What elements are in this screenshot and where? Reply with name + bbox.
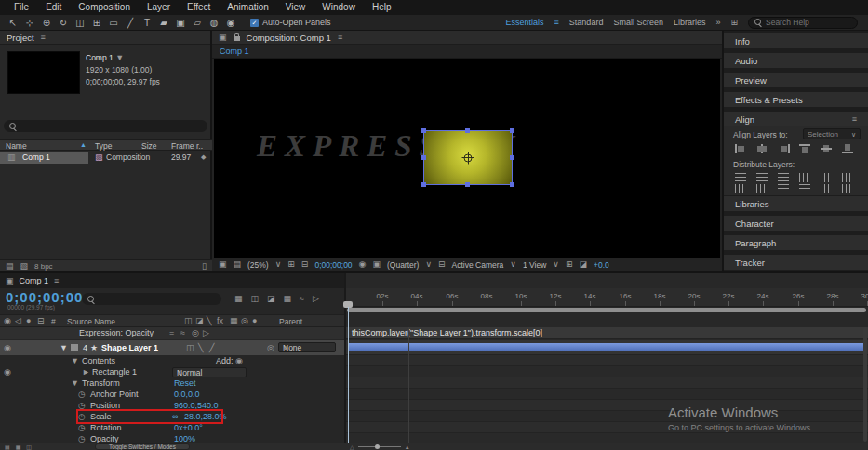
stopwatch-icon[interactable]: ◷ [78, 424, 86, 432]
puppet-tool-icon[interactable]: ◉ [222, 18, 239, 28]
align-left-icon[interactable] [735, 144, 747, 153]
layer-row[interactable]: ◉ ▼ 4 ★ Shape Layer 1 ◫ ╲ ╱ ◎ None ∨ [0, 340, 344, 355]
panel-menu-icon[interactable]: ≡ [41, 33, 46, 42]
zoom-slider-knob[interactable] [375, 444, 380, 449]
timeline-tab-comp1[interactable]: Comp 1 [20, 276, 49, 285]
motion-blur-icon[interactable]: ≈ [300, 295, 304, 303]
align-bottom-icon[interactable] [842, 144, 854, 153]
zoom-level[interactable]: (25%) [247, 260, 269, 270]
composition-viewport[interactable]: EXPRESSION [214, 59, 720, 258]
layer-track[interactable] [346, 340, 868, 355]
twirl-open-icon[interactable]: ▼ [71, 357, 79, 365]
workspace-tab-small-screen[interactable]: Small Screen [613, 18, 663, 27]
parent-dropdown[interactable]: None ∨ [278, 342, 336, 352]
active-camera-value[interactable]: Active Camera [452, 260, 504, 270]
blend-mode-dropdown[interactable]: Normal ∨ [172, 367, 247, 377]
shy-toggle-icon[interactable]: ◫ [186, 344, 194, 352]
distribute-option-icon[interactable] [842, 184, 853, 193]
handle-bottom-left[interactable] [421, 182, 426, 187]
composition-panel-header[interactable]: ▣ Composition: Comp 1 ≡ [212, 31, 722, 45]
handle-top-left[interactable] [421, 128, 426, 133]
workspace-menu-icon[interactable]: ≡ [554, 18, 559, 27]
panel-audio[interactable]: Audio [724, 53, 868, 68]
distribute-option-icon[interactable] [778, 184, 789, 193]
workspace-overflow-icon[interactable]: » [715, 18, 720, 27]
project-panel-header[interactable]: Project ≡ [0, 31, 210, 45]
rectangle-row[interactable]: ◉ ► Rectangle 1 Normal ∨ [0, 366, 344, 377]
anchor-point-icon[interactable] [464, 153, 473, 162]
column-frame-rate[interactable]: Frame r.. [171, 141, 203, 151]
clone-stamp-tool-icon[interactable]: ▣ [172, 18, 189, 28]
add-shape-icon[interactable]: ◉ [235, 357, 243, 365]
expression-language-icon[interactable]: ▷ [203, 329, 209, 338]
menu-view[interactable]: View [277, 0, 314, 15]
help-search-input[interactable] [766, 18, 851, 27]
viewer-timecode[interactable]: 0;00;00;00 [314, 260, 352, 270]
expression-graph-icon[interactable]: ≈ [180, 329, 185, 338]
menu-effect[interactable]: Effect [179, 0, 219, 15]
panel-preview[interactable]: Preview [724, 73, 868, 87]
timeline-search-input[interactable] [99, 295, 216, 304]
handle-mid-left[interactable] [421, 155, 426, 160]
rotate-tool-icon[interactable]: ↻ [55, 18, 72, 28]
table-row[interactable]: ▥ Comp 1 ▨ Composition 29.97 ◆ [0, 152, 212, 164]
pan-behind-tool-icon[interactable]: ⊞ [88, 18, 105, 28]
expression-pickwhip-icon[interactable]: ◎ [192, 329, 199, 338]
align-right-icon[interactable] [778, 144, 790, 153]
layer-name[interactable]: Shape Layer 1 [101, 340, 158, 355]
workspace-switcher-icon[interactable]: ⊞ [730, 19, 738, 27]
handle-top-center[interactable] [465, 128, 470, 133]
chevron-down-icon[interactable]: ∨ [275, 260, 282, 269]
handle-bottom-center[interactable] [465, 182, 470, 187]
distribute-option-icon[interactable] [821, 184, 832, 193]
distribute-option-icon[interactable] [799, 184, 810, 193]
anchor-point-value[interactable]: 0.0,0.0 [174, 389, 200, 400]
project-comp-name[interactable]: Comp 1 [86, 53, 114, 62]
chevron-down-icon[interactable]: ∨ [425, 260, 432, 269]
chevron-down-icon[interactable]: ∨ [510, 260, 516, 269]
panel-menu-icon[interactable]: ≡ [54, 277, 59, 285]
panel-character[interactable]: Character [724, 216, 868, 231]
project-search-input[interactable] [20, 122, 202, 131]
panel-paragraph[interactable]: Paragraph [724, 235, 868, 250]
color-depth-label[interactable]: 8 bpc [34, 262, 53, 271]
new-folder-icon[interactable]: ▧ [20, 262, 29, 271]
twirl-closed-icon[interactable]: ► [82, 368, 90, 377]
workspace-tab-essentials[interactable]: Essentials [506, 18, 544, 27]
handle-top-right[interactable] [510, 128, 514, 133]
pen-tool-icon[interactable]: ╱ [122, 18, 139, 28]
vertical-scrollbar[interactable] [863, 327, 867, 442]
panel-effects-presets[interactable]: Effects & Presets [724, 92, 868, 107]
eraser-tool-icon[interactable]: ▱ [189, 18, 206, 28]
column-type[interactable]: Type [95, 141, 112, 151]
expression-code[interactable]: thisComp.layer("Shape Layer 1").transfor… [346, 327, 868, 339]
frame-blending-icon[interactable]: ▦ [284, 295, 292, 303]
distribute-left-icon[interactable] [799, 173, 810, 182]
distribute-horizontal-center-icon[interactable] [821, 173, 832, 182]
current-time-display[interactable]: 0;00;00;00 [6, 289, 83, 305]
hide-shy-layers-icon[interactable]: ◪ [267, 295, 275, 303]
snapshot-icon[interactable]: ◉ [359, 260, 367, 269]
quality-toggle-icon[interactable]: ╲ [198, 344, 203, 352]
source-name-column[interactable]: Source Name [67, 317, 115, 326]
show-snapshot-icon[interactable]: ▣ [372, 260, 381, 269]
panel-tracker[interactable]: Tracker [724, 255, 868, 270]
brush-tool-icon[interactable]: ▰ [155, 18, 172, 28]
expression-row[interactable]: Expression: Opacity = ≈ ◎ ▷ [0, 327, 344, 339]
anchor-point-row[interactable]: ◷ Anchor Point 0.0,0.0 [0, 389, 344, 400]
align-vertical-center-icon[interactable] [821, 144, 833, 153]
panel-align[interactable]: Align ≡ [724, 112, 868, 126]
menu-composition[interactable]: Composition [70, 0, 139, 15]
menu-animation[interactable]: Animation [219, 0, 276, 15]
hand-tool-icon[interactable]: ⊹ [21, 18, 38, 28]
toggle-switches-modes-button[interactable]: Toggle Switches / Modes [95, 443, 190, 450]
reset-button[interactable]: Reset [174, 377, 196, 389]
column-size[interactable]: Size [141, 141, 157, 151]
menu-file[interactable]: File [6, 0, 37, 15]
handle-mid-right[interactable] [510, 155, 514, 160]
viewer-lock-icon[interactable] [234, 36, 240, 41]
shape-layer-rectangle[interactable] [423, 130, 513, 185]
panel-libraries[interactable]: Libraries [724, 196, 868, 211]
parent-column[interactable]: Parent [279, 317, 302, 326]
column-name[interactable]: Name [6, 141, 27, 151]
